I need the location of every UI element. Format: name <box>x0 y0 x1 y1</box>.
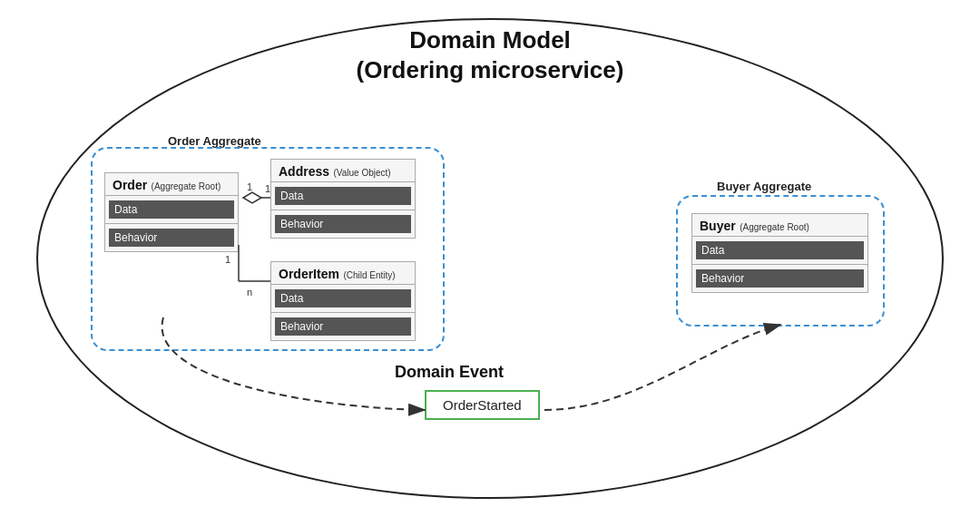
order-data-row: Data <box>109 200 234 219</box>
order-behavior-row: Behavior <box>109 229 234 247</box>
address-data-section: Data <box>271 182 415 210</box>
orderitem-behavior-row: Behavior <box>275 317 411 336</box>
event-box: OrderStarted <box>425 390 540 420</box>
address-class-stereotype: (Value Object) <box>333 168 390 178</box>
buyer-data-section: Data <box>692 237 867 265</box>
orderitem-behavior-section: Behavior <box>271 313 415 340</box>
address-data-row: Data <box>275 187 411 205</box>
diagram-title: Domain Model (Ordering microservice) <box>0 25 980 84</box>
title-line1: Domain Model <box>0 25 980 55</box>
order-class-header: Order (Aggregate Root) <box>105 173 238 196</box>
orderitem-class-box: OrderItem (Child Entity) Data Behavior <box>270 261 416 341</box>
buyer-class-box: Buyer (Aggregate Root) Data Behavior <box>691 213 868 293</box>
buyer-class-stereotype: (Aggregate Root) <box>740 222 809 232</box>
buyer-aggregate-label: Buyer Aggregate <box>717 180 811 193</box>
order-aggregate-label: Order Aggregate <box>168 134 261 148</box>
address-behavior-row: Behavior <box>275 215 411 233</box>
orderitem-class-name: OrderItem <box>279 267 339 281</box>
order-class-stereotype: (Aggregate Root) <box>152 181 221 191</box>
order-behavior-section: Behavior <box>105 224 238 251</box>
event-name: OrderStarted <box>443 397 522 413</box>
buyer-class-name: Buyer <box>700 219 736 233</box>
order-class-name: Order <box>113 178 147 192</box>
buyer-class-header: Buyer (Aggregate Root) <box>692 214 867 237</box>
title-line2: (Ordering microservice) <box>0 55 980 85</box>
address-class-box: Address (Value Object) Data Behavior <box>270 159 416 239</box>
buyer-data-row: Data <box>696 241 864 259</box>
buyer-behavior-row: Behavior <box>696 269 864 288</box>
orderitem-data-section: Data <box>271 285 415 313</box>
orderitem-data-row: Data <box>275 289 411 307</box>
address-class-name: Address <box>279 164 329 179</box>
canvas: Domain Model (Ordering microservice) Ord… <box>0 0 980 517</box>
buyer-behavior-section: Behavior <box>692 265 867 292</box>
address-class-header: Address (Value Object) <box>271 160 415 182</box>
orderitem-class-stereotype: (Child Entity) <box>343 270 395 280</box>
domain-event-label: Domain Event <box>395 363 504 382</box>
orderitem-class-header: OrderItem (Child Entity) <box>271 262 415 285</box>
order-data-section: Data <box>105 196 238 224</box>
address-behavior-section: Behavior <box>271 210 415 238</box>
order-class-box: Order (Aggregate Root) Data Behavior <box>104 172 239 252</box>
